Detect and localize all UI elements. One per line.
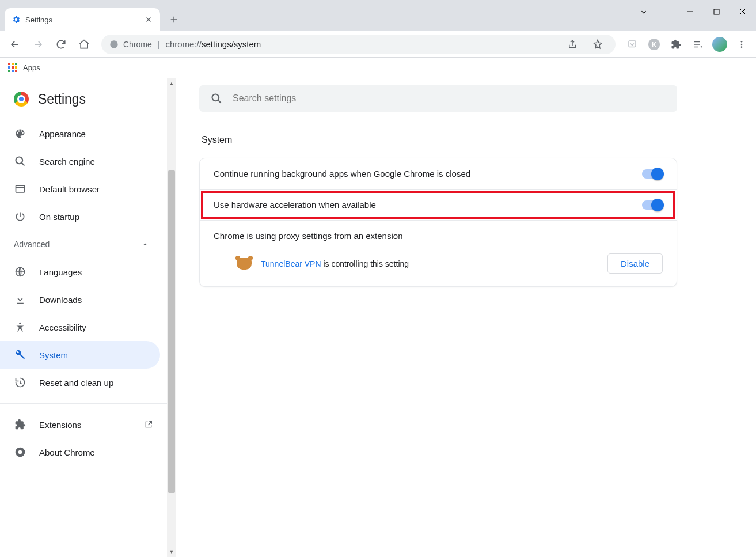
search-input[interactable] bbox=[233, 93, 666, 104]
search-icon bbox=[211, 93, 222, 104]
download-icon bbox=[14, 294, 26, 305]
svg-point-6 bbox=[741, 43, 743, 45]
power-icon bbox=[14, 211, 26, 222]
url-text: chrome://settings/system bbox=[165, 39, 261, 49]
setting-row-proxy: Chrome is using proxy settings from an e… bbox=[200, 220, 677, 286]
sidebar-item-accessibility[interactable]: Accessibility bbox=[0, 313, 160, 341]
reading-list-icon[interactable] bbox=[688, 35, 708, 54]
setting-label: Continue running background apps when Go… bbox=[214, 169, 470, 179]
system-settings-card: Continue running background apps when Go… bbox=[199, 158, 677, 287]
sidebar-item-system[interactable]: System bbox=[0, 341, 160, 369]
sidebar-scrollbar[interactable]: ▲ ▼ bbox=[167, 78, 176, 557]
tab-title: Settings bbox=[25, 16, 139, 24]
back-button[interactable] bbox=[5, 34, 25, 55]
sidebar-item-downloads[interactable]: Downloads bbox=[0, 286, 160, 313]
omnibox-label: Chrome bbox=[123, 40, 152, 49]
divider bbox=[0, 403, 167, 404]
external-link-icon bbox=[144, 420, 153, 429]
browser-toolbar: Chrome | chrome://settings/system K bbox=[0, 31, 756, 58]
svg-rect-9 bbox=[16, 185, 25, 192]
section-title: System bbox=[202, 135, 733, 145]
browser-tab[interactable]: Settings bbox=[5, 8, 160, 31]
globe-icon bbox=[14, 266, 26, 278]
sidebar-item-appearance[interactable]: Appearance bbox=[0, 120, 160, 147]
tunnelbear-icon bbox=[237, 258, 252, 270]
window-controls bbox=[677, 0, 756, 23]
chrome-logo-icon bbox=[14, 92, 29, 107]
site-info-icon[interactable]: Chrome bbox=[109, 40, 152, 49]
profile-badge-icon[interactable]: K bbox=[644, 35, 664, 54]
palette-icon bbox=[14, 128, 26, 139]
search-icon bbox=[14, 156, 26, 167]
address-bar[interactable]: Chrome | chrome://settings/system bbox=[101, 35, 616, 54]
home-button[interactable] bbox=[74, 34, 94, 55]
settings-sidebar: Settings Appearance Search engine Defaul… bbox=[0, 78, 167, 557]
chevron-down-icon[interactable] bbox=[640, 8, 648, 16]
sidebar-item-extensions[interactable]: Extensions bbox=[0, 411, 160, 438]
proxy-extension-text: TunnelBear VPN is controlling this setti… bbox=[261, 259, 409, 268]
sidebar-item-reset[interactable]: Reset and clean up bbox=[0, 369, 160, 396]
apps-icon[interactable] bbox=[8, 63, 18, 73]
sidebar-item-about[interactable]: About Chrome bbox=[0, 438, 160, 466]
new-tab-button[interactable] bbox=[165, 10, 183, 29]
settings-search[interactable] bbox=[199, 85, 677, 112]
setting-row-background-apps: Continue running background apps when Go… bbox=[200, 158, 677, 189]
profile-avatar[interactable] bbox=[710, 35, 730, 54]
extensions-icon[interactable] bbox=[666, 35, 686, 54]
sidebar-item-search-engine[interactable]: Search engine bbox=[0, 147, 160, 175]
gear-icon bbox=[12, 15, 21, 24]
accessibility-icon bbox=[14, 321, 26, 333]
scroll-down-arrow[interactable]: ▼ bbox=[167, 547, 176, 557]
content-area: Settings Appearance Search engine Defaul… bbox=[0, 78, 756, 557]
minimize-button[interactable] bbox=[677, 0, 703, 23]
svg-text:K: K bbox=[652, 40, 656, 47]
sidebar-item-languages[interactable]: Languages bbox=[0, 258, 160, 286]
svg-point-5 bbox=[741, 41, 743, 43]
chrome-icon bbox=[14, 446, 26, 458]
scroll-up-arrow[interactable]: ▲ bbox=[167, 78, 176, 89]
setting-label: Use hardware acceleration when available bbox=[214, 200, 376, 210]
close-icon[interactable] bbox=[144, 15, 153, 24]
toggle-background-apps[interactable] bbox=[642, 169, 663, 179]
sidebar-header: Settings bbox=[0, 78, 167, 120]
sidebar-item-default-browser[interactable]: Default browser bbox=[0, 175, 160, 203]
forward-button[interactable] bbox=[28, 34, 48, 55]
setting-row-hardware-accel: Use hardware acceleration when available bbox=[200, 189, 677, 220]
scroll-thumb[interactable] bbox=[168, 170, 175, 493]
svg-rect-2 bbox=[629, 41, 636, 47]
bookmarks-bar: Apps bbox=[0, 58, 756, 78]
browser-icon bbox=[14, 183, 26, 195]
sidebar-title: Settings bbox=[38, 92, 86, 107]
advanced-section-toggle[interactable]: Advanced bbox=[0, 230, 167, 258]
proxy-title: Chrome is using proxy settings from an e… bbox=[214, 231, 663, 241]
apps-label[interactable]: Apps bbox=[23, 63, 40, 72]
svg-point-11 bbox=[19, 323, 21, 324]
wrench-icon bbox=[14, 349, 26, 361]
bookmark-star-icon[interactable] bbox=[588, 35, 607, 54]
sidebar-item-on-startup[interactable]: On startup bbox=[0, 203, 160, 230]
svg-point-7 bbox=[741, 46, 743, 48]
svg-point-14 bbox=[212, 94, 219, 101]
share-icon[interactable] bbox=[563, 35, 582, 54]
puzzle-icon bbox=[14, 419, 26, 430]
menu-icon[interactable] bbox=[732, 35, 751, 54]
maximize-button[interactable] bbox=[703, 0, 730, 23]
toggle-hardware-accel[interactable] bbox=[642, 200, 663, 210]
restore-icon bbox=[14, 377, 26, 388]
settings-main: System Continue running background apps … bbox=[176, 78, 756, 557]
pocket-icon[interactable] bbox=[622, 35, 642, 54]
tab-strip: Settings bbox=[0, 0, 756, 31]
reload-button[interactable] bbox=[51, 34, 71, 55]
svg-point-8 bbox=[16, 157, 23, 164]
close-window-button[interactable] bbox=[730, 0, 756, 23]
chevron-up-icon bbox=[142, 241, 149, 248]
svg-rect-0 bbox=[714, 9, 719, 14]
svg-point-1 bbox=[110, 40, 117, 48]
svg-point-13 bbox=[18, 450, 22, 454]
disable-button[interactable]: Disable bbox=[607, 253, 663, 274]
